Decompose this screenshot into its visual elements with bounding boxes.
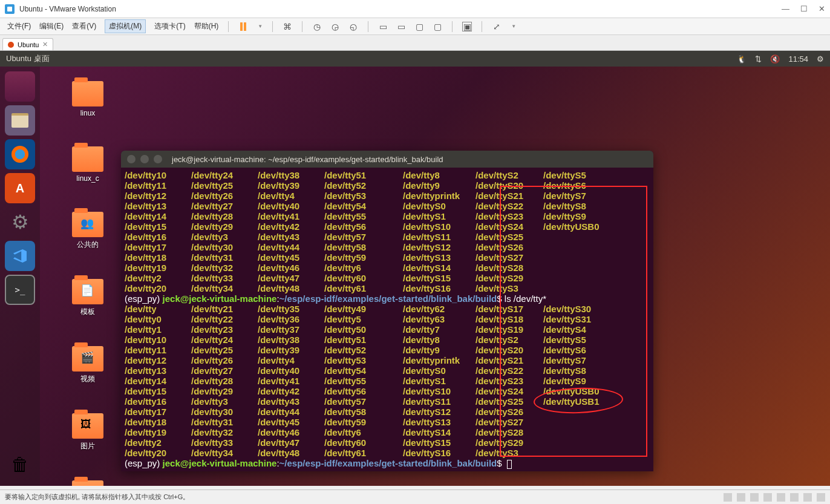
vm-tab-ubuntu[interactable]: Ubuntu ✕ (2, 38, 53, 50)
view-console-icon[interactable]: ▢ (414, 22, 424, 31)
tty-entry: /dev/tty7 (403, 324, 475, 335)
launcher-software-icon[interactable] (5, 173, 35, 203)
device-icon[interactable] (817, 493, 825, 502)
dropdown-arrow-icon[interactable]: ▼ (511, 24, 516, 29)
tty-entry: /dev/tty27 (191, 201, 258, 211)
device-icon[interactable] (790, 493, 799, 502)
tty-entry: /dev/tty21 (191, 304, 258, 314)
tty-entry: /dev/tty6 (324, 427, 403, 437)
dropdown-arrow-icon[interactable]: ▼ (258, 24, 263, 29)
view-split-icon[interactable]: ▭ (396, 22, 406, 31)
close-button[interactable]: ✕ (819, 4, 825, 13)
desktop-folder-linux[interactable]: linux (67, 81, 109, 117)
desktop-folder-documents[interactable]: 文档 (67, 480, 109, 486)
tty-entry: /dev/tty11 (125, 345, 191, 355)
tty-entry: /dev/tty24 (191, 170, 258, 180)
ubuntu-icon (8, 42, 14, 48)
tty-entry: /dev/tty51 (324, 335, 403, 345)
tty-entry: /dev/tty23 (191, 324, 258, 335)
menu-view[interactable]: 查看(V) (72, 21, 96, 31)
window-controls: — ☐ ✕ (782, 4, 825, 13)
menu-help[interactable]: 帮助(H) (194, 21, 219, 31)
device-icon[interactable] (777, 493, 785, 502)
device-icon[interactable] (724, 493, 732, 502)
tty-entry: /dev/tty18 (125, 417, 191, 427)
tab-close-icon[interactable]: ✕ (42, 41, 48, 48)
ls-output-block-1: /dev/tty10/dev/tty24/dev/tty38/dev/tty51… (125, 170, 650, 293)
separator (452, 21, 453, 32)
menu-vm[interactable]: 虚拟机(M) (105, 19, 146, 33)
tty-entry (543, 242, 610, 252)
send-ctrl-alt-del-icon[interactable]: ⌘ (283, 22, 292, 31)
stretch-icon[interactable]: ⤢ (492, 22, 502, 31)
clock[interactable]: 11:54 (788, 54, 808, 64)
sound-icon[interactable]: 🔇 (770, 54, 780, 64)
launcher-trash-icon[interactable] (5, 450, 35, 480)
tty-entry (543, 283, 610, 293)
device-icon[interactable] (750, 493, 759, 502)
desktop-folder-videos[interactable]: 视频 (67, 346, 109, 384)
tty-entry: /dev/tty46 (258, 263, 324, 273)
tty-entry: /dev/tty44 (258, 407, 324, 417)
launcher-terminal-icon[interactable] (5, 275, 35, 305)
tty-entry: /dev/tty58 (324, 242, 403, 252)
tty-entry: /dev/ttyS0 (403, 365, 475, 376)
maximize-button[interactable]: ☐ (800, 4, 808, 13)
tty-entry: /dev/ttyS1 (403, 376, 475, 386)
power-icon[interactable]: ⚙ (817, 54, 824, 64)
menu-file[interactable]: 文件(F) (7, 21, 31, 31)
tty-entry: /dev/ttyS10 (403, 221, 475, 232)
tty-entry: /dev/ttyS10 (403, 386, 475, 396)
launcher-dash-icon[interactable] (5, 71, 35, 102)
menu-edit[interactable]: 编辑(E) (39, 21, 64, 31)
terminal-close-icon[interactable] (127, 155, 136, 163)
vm-viewport[interactable]: Ubuntu 桌面 🐧 ⇅ 🔇 11:54 ⚙ linux linux_c 公共… (0, 51, 830, 486)
revert-snapshot-icon[interactable]: ◶ (330, 22, 340, 31)
pause-button[interactable] (238, 22, 248, 31)
tty-entry: /dev/tty57 (324, 396, 403, 407)
tty-entry: /dev/tty25 (191, 345, 258, 355)
launcher-files-icon[interactable] (5, 105, 35, 136)
tty-entry: /dev/tty15 (125, 386, 191, 396)
tty-entry: /dev/tty51 (324, 170, 403, 180)
launcher-settings-icon[interactable] (5, 207, 35, 237)
tty-entry: /dev/tty56 (324, 386, 403, 396)
tty-entry: /dev/tty32 (191, 427, 258, 437)
launcher-vscode-icon[interactable] (5, 241, 35, 271)
device-icon[interactable] (803, 493, 812, 502)
tux-icon[interactable]: 🐧 (737, 54, 747, 64)
tty-entry: /dev/ttyS15 (403, 437, 475, 448)
view-unity-icon[interactable]: ▢ (433, 22, 442, 31)
terminal-maximize-icon[interactable] (154, 155, 162, 163)
tty-entry: /dev/ttyS23 (475, 376, 543, 386)
snapshot-icon[interactable]: ◷ (312, 22, 322, 31)
device-icon[interactable] (763, 493, 772, 502)
terminal-titlebar[interactable]: jeck@jeck-virtual-machine: ~/esp/esp-idf… (121, 151, 653, 168)
network-icon[interactable]: ⇅ (755, 54, 762, 64)
enter-fullscreen-icon[interactable]: ▣ (462, 22, 472, 31)
desktop-folder-public[interactable]: 公共的 (67, 212, 109, 250)
tty-entry: /dev/tty38 (258, 335, 324, 345)
minimize-button[interactable]: — (782, 4, 789, 13)
tty-entry: /dev/ttyS13 (403, 417, 475, 427)
terminal-window[interactable]: jeck@jeck-virtual-machine: ~/esp/esp-idf… (121, 151, 653, 471)
terminal-body[interactable]: /dev/tty10/dev/tty24/dev/tty38/dev/tty51… (121, 168, 653, 471)
tty-entry: /dev/ttyS9 (543, 211, 610, 221)
terminal-minimize-icon[interactable] (140, 155, 149, 163)
tty-entry: /dev/tty34 (191, 283, 258, 293)
menu-tabs[interactable]: 选项卡(T) (154, 21, 185, 31)
manage-snapshots-icon[interactable]: ◵ (348, 22, 358, 31)
tty-entry: /dev/tty6 (324, 263, 403, 273)
device-icon[interactable] (737, 493, 745, 502)
prompt-line-2: (esp_py) jeck@jeck-virtual-machine:~/esp… (125, 458, 650, 469)
tty-entry: /dev/tty53 (324, 191, 403, 201)
view-single-icon[interactable]: ▭ (378, 22, 388, 31)
tty-entry (543, 273, 610, 283)
launcher-firefox-icon[interactable] (5, 139, 35, 169)
desktop-folder-pictures[interactable]: 图片 (67, 413, 109, 451)
tty-entry: /dev/ttyS14 (403, 427, 475, 437)
desktop-folder-linux_c[interactable]: linux_c (67, 146, 109, 183)
desktop-folder-templates[interactable]: 模板 (67, 279, 109, 317)
tty-entry: /dev/tty11 (125, 180, 191, 191)
tty-entry: /dev/ttyS8 (543, 201, 610, 211)
